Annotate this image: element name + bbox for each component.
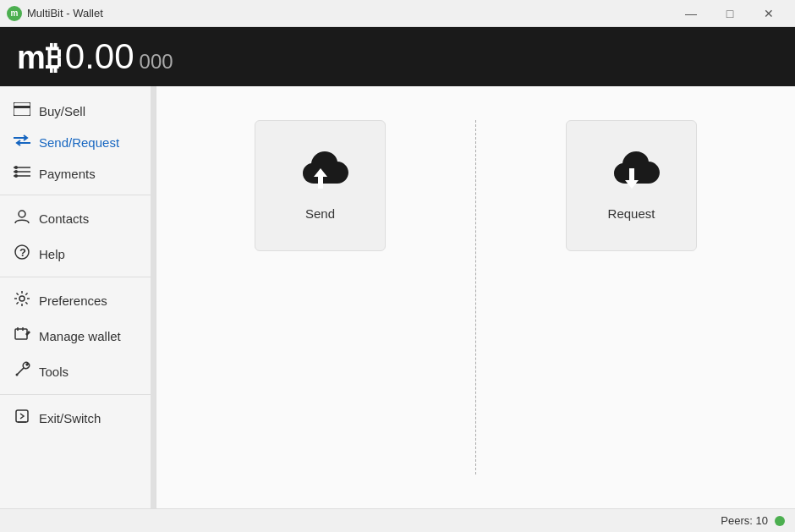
sidebar-item-tools[interactable]: Tools: [0, 354, 156, 389]
sidebar-section-settings: Preferences Manage wallet: [0, 282, 156, 389]
sidebar-section-exit: Exit/Switch: [0, 400, 156, 436]
request-card[interactable]: Request: [566, 120, 697, 251]
request-section: Request: [493, 120, 770, 251]
sidebar-item-preferences-label: Preferences: [39, 293, 107, 308]
sidebar-section-secondary: Contacts ? Help: [0, 200, 156, 271]
svg-point-8: [14, 170, 18, 173]
content-divider: [475, 120, 476, 474]
preferences-icon: [14, 290, 30, 310]
sidebar-item-contacts[interactable]: Contacts: [0, 200, 156, 236]
peers-status-dot: [775, 516, 785, 526]
sidebar-section-main: Buy/Sell Send/Request: [0, 95, 156, 189]
sidebar-item-send-request-label: Send/Request: [39, 135, 119, 150]
sidebar-item-exit-switch-label: Exit/Switch: [39, 411, 101, 425]
balance-main: 0.00: [65, 36, 134, 77]
svg-text:?: ?: [19, 246, 26, 259]
sidebar-item-buy-sell-label: Buy/Sell: [39, 104, 85, 118]
request-card-label: Request: [608, 206, 655, 221]
sidebar-item-buy-sell[interactable]: Buy/Sell: [0, 95, 156, 127]
send-request-icon: [14, 134, 30, 150]
tools-icon: [14, 361, 30, 381]
svg-rect-14: [15, 329, 27, 339]
svg-point-9: [14, 174, 18, 178]
contacts-icon: [14, 208, 30, 228]
svg-rect-19: [16, 410, 28, 422]
maximize-button[interactable]: □: [710, 0, 749, 27]
sidebar-item-exit-switch[interactable]: Exit/Switch: [0, 400, 156, 436]
svg-point-13: [19, 296, 25, 301]
cards-area: Send Request: [182, 120, 770, 474]
sidebar-item-help[interactable]: ? Help: [0, 236, 156, 271]
header-balance-bar: m₿ 0.00 000: [0, 27, 795, 86]
sidebar-item-payments-label: Payments: [39, 167, 96, 181]
exit-switch-icon: [14, 408, 30, 428]
app-logo: m: [7, 6, 22, 21]
request-download-icon: [602, 151, 661, 198]
sidebar: Buy/Sell Send/Request: [0, 86, 156, 508]
help-icon: ?: [14, 244, 30, 264]
credit-card-icon: [14, 102, 30, 119]
svg-rect-1: [14, 106, 30, 108]
sidebar-item-tools-label: Tools: [39, 365, 69, 379]
sidebar-item-payments[interactable]: Payments: [0, 157, 156, 189]
svg-point-18: [16, 374, 19, 376]
titlebar-left: m MultiBit - Wallet: [7, 6, 103, 21]
send-upload-icon: [291, 151, 350, 198]
send-section: Send: [182, 120, 458, 251]
wallet-balance: m₿ 0.00 000: [17, 36, 173, 77]
peers-label: Peers: 10: [721, 514, 768, 527]
minimize-button[interactable]: —: [672, 0, 710, 27]
balance-minor: 000: [140, 50, 173, 74]
main-layout: Buy/Sell Send/Request: [0, 86, 795, 508]
svg-point-10: [19, 211, 25, 217]
sidebar-item-manage-wallet-label: Manage wallet: [39, 329, 121, 343]
svg-rect-0: [14, 102, 30, 116]
sidebar-item-contacts-label: Contacts: [39, 211, 89, 226]
payments-icon: [14, 165, 30, 182]
manage-wallet-icon: [14, 326, 30, 346]
sidebar-item-help-label: Help: [39, 247, 65, 261]
titlebar: m MultiBit - Wallet — □ ✕: [0, 0, 795, 27]
sidebar-divider-2: [0, 277, 156, 277]
svg-point-7: [14, 166, 18, 169]
sidebar-divider-1: [0, 195, 156, 195]
sidebar-item-send-request[interactable]: Send/Request: [0, 127, 156, 157]
sidebar-item-preferences[interactable]: Preferences: [0, 282, 156, 318]
balance-symbol: m₿: [17, 40, 62, 76]
send-card[interactable]: Send: [255, 120, 386, 251]
sidebar-item-manage-wallet[interactable]: Manage wallet: [0, 318, 156, 354]
statusbar: Peers: 10: [0, 508, 795, 532]
titlebar-controls: — □ ✕: [672, 0, 788, 27]
sidebar-scrollbar[interactable]: [151, 86, 156, 508]
app-title: MultiBit - Wallet: [27, 7, 103, 19]
close-button[interactable]: ✕: [749, 0, 788, 27]
content-area: Send Request: [156, 86, 795, 508]
sidebar-divider-3: [0, 394, 156, 395]
send-card-label: Send: [305, 206, 335, 221]
